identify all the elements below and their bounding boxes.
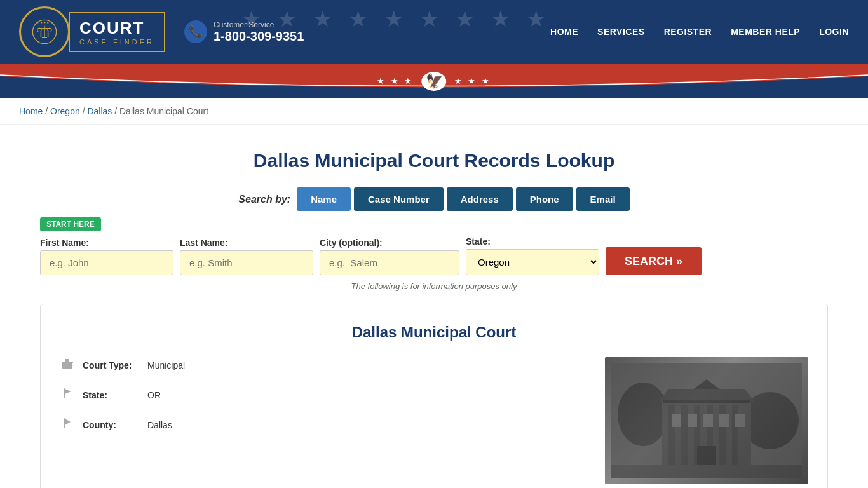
svg-rect-16 <box>64 418 65 428</box>
court-type-value: Municipal <box>147 360 185 370</box>
logo-text: COURT CASE FINDER <box>69 12 165 52</box>
svg-rect-8 <box>48 32 49 37</box>
search-form-container: START HERE First Name: Last Name: City (… <box>40 217 828 275</box>
logo-sub-text: CASE FINDER <box>79 38 154 46</box>
wave-banner: ★ ★ ★ 🦅 ★ ★ ★ <box>0 64 868 98</box>
last-name-label: Last Name: <box>180 238 313 248</box>
eagle-row: ★ ★ ★ 🦅 ★ ★ ★ <box>377 72 491 91</box>
svg-rect-10 <box>62 362 73 363</box>
court-card-title: Dallas Municipal Court <box>60 323 808 341</box>
page-title: Dallas Municipal Court Records Lookup <box>40 150 828 172</box>
svg-text:★ ★ ★ ★ ★: ★ ★ ★ ★ ★ <box>36 21 53 24</box>
county-label: County: <box>83 420 140 430</box>
first-name-label: First Name: <box>40 238 173 248</box>
county-row: County: Dallas <box>60 417 586 433</box>
search-button[interactable]: SEARCH » <box>606 247 702 275</box>
tab-case-number[interactable]: Case Number <box>354 187 444 211</box>
svg-rect-13 <box>68 365 71 369</box>
nav-login[interactable]: LOGIN <box>819 27 849 37</box>
search-by-row: Search by: Name Case Number Address Phon… <box>40 187 828 211</box>
state-row: State: OR <box>60 387 586 403</box>
svg-rect-22 <box>668 405 675 465</box>
stars-right: ★ ★ ★ <box>454 76 491 86</box>
nav-register[interactable]: REGISTER <box>664 27 712 37</box>
nav-services[interactable]: SERVICES <box>597 27 645 37</box>
svg-rect-11 <box>65 359 69 362</box>
svg-rect-14 <box>64 388 65 398</box>
logo-area: ★ ★ ★ ★ ★ COURT CASE FINDER 📞 Customer S… <box>19 6 304 57</box>
customer-service: 📞 Customer Service 1-800-309-9351 <box>184 20 304 44</box>
city-label: City (optional): <box>320 238 459 248</box>
flag-icon <box>60 387 75 403</box>
svg-marker-17 <box>65 419 71 425</box>
last-name-group: Last Name: <box>180 238 313 275</box>
state-label: State: <box>466 236 599 247</box>
cs-label: Customer Service <box>214 20 304 29</box>
county-value: Dallas <box>147 420 172 430</box>
state-select[interactable]: Oregon Alabama Alaska Arizona California… <box>466 249 599 275</box>
city-group: City (optional): <box>320 238 459 275</box>
svg-rect-23 <box>681 405 688 465</box>
pennant-icon <box>60 417 75 433</box>
info-note: The following is for information purpose… <box>40 281 828 291</box>
search-by-label: Search by: <box>238 194 290 205</box>
tab-address[interactable]: Address <box>447 187 513 211</box>
tab-phone[interactable]: Phone <box>516 187 573 211</box>
tab-email[interactable]: Email <box>576 187 630 211</box>
svg-rect-35 <box>697 446 716 465</box>
svg-marker-28 <box>659 389 754 402</box>
breadcrumb-dallas[interactable]: Dallas <box>87 106 112 116</box>
court-info-list: Court Type: Municipal State: OR <box>60 357 586 484</box>
svg-rect-31 <box>688 414 697 427</box>
tab-name[interactable]: Name <box>297 187 351 211</box>
svg-rect-36 <box>663 400 750 403</box>
svg-point-19 <box>618 383 668 446</box>
main-nav: HOME SERVICES REGISTER MEMBER HELP LOGIN <box>550 27 849 37</box>
svg-rect-12 <box>64 365 67 369</box>
nav-member-help[interactable]: MEMBER HELP <box>731 27 800 37</box>
svg-rect-27 <box>732 405 738 465</box>
court-image-placeholder <box>605 357 808 484</box>
first-name-input[interactable] <box>40 250 173 275</box>
state-info-value: OR <box>147 390 161 400</box>
svg-rect-37 <box>611 465 802 478</box>
nav-home[interactable]: HOME <box>550 27 578 37</box>
court-card: Dallas Municipal Court Court Type: <box>40 304 828 488</box>
svg-rect-32 <box>703 414 713 427</box>
start-here-badge: START HERE <box>40 217 101 231</box>
main-content: Dallas Municipal Court Records Lookup Se… <box>21 125 847 488</box>
court-type-row: Court Type: Municipal <box>60 357 586 373</box>
breadcrumb-sep3: / <box>114 106 119 116</box>
court-image <box>605 357 808 484</box>
logo-icon: ★ ★ ★ ★ ★ <box>32 19 57 44</box>
logo-badge: ★ ★ ★ ★ ★ <box>19 6 70 57</box>
breadcrumb-sep1: / <box>45 106 50 116</box>
logo-court-text: COURT <box>79 18 154 38</box>
building-illustration <box>611 363 802 478</box>
city-input[interactable] <box>320 250 459 275</box>
eagle-icon: 🦅 <box>422 72 447 91</box>
breadcrumb-home[interactable]: Home <box>19 106 43 116</box>
svg-rect-33 <box>719 414 729 427</box>
svg-rect-26 <box>719 405 726 465</box>
svg-rect-34 <box>735 414 745 427</box>
first-name-group: First Name: <box>40 238 173 275</box>
court-type-label: Court Type: <box>83 360 140 370</box>
svg-rect-7 <box>40 32 41 37</box>
breadcrumb-current: Dallas Municipal Court <box>119 106 208 116</box>
breadcrumb-oregon[interactable]: Oregon <box>50 106 80 116</box>
breadcrumb: Home / Oregon / Dallas / Dallas Municipa… <box>0 98 868 125</box>
svg-marker-15 <box>65 389 71 394</box>
svg-rect-30 <box>672 414 681 427</box>
header: ★ ★ ★ ★ ★ COURT CASE FINDER 📞 Customer S… <box>0 0 868 64</box>
phone-icon: 📞 <box>184 20 207 43</box>
search-form-row: First Name: Last Name: City (optional): … <box>40 236 828 275</box>
court-card-body: Court Type: Municipal State: OR <box>60 357 808 484</box>
cs-phone: 1-800-309-9351 <box>214 29 304 44</box>
state-group: State: Oregon Alabama Alaska Arizona Cal… <box>466 236 599 275</box>
state-info-label: State: <box>83 390 140 400</box>
stars-left: ★ ★ ★ <box>377 76 414 86</box>
building-icon <box>60 357 75 373</box>
last-name-input[interactable] <box>180 250 313 275</box>
